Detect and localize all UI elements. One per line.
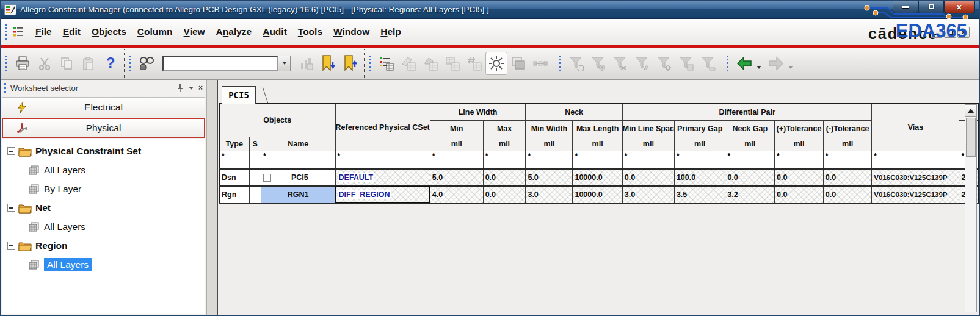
value-cell[interactable]: 4.0 (430, 186, 483, 203)
menu-help[interactable]: Help (375, 23, 407, 41)
menu-file[interactable]: File (30, 23, 57, 41)
scrollbar-thumb[interactable] (966, 118, 976, 157)
filter-cell-type[interactable]: * (219, 151, 249, 169)
navigate-forward-button[interactable] (765, 52, 787, 75)
filter-save-button[interactable] (675, 52, 697, 75)
design-grid-button[interactable] (419, 52, 441, 75)
print-button[interactable] (12, 52, 34, 75)
toolbar-grip-4[interactable] (559, 56, 562, 71)
filter-cell-name[interactable]: * (261, 151, 335, 169)
filter-cell[interactable]: * (573, 151, 622, 169)
cut-button[interactable] (34, 52, 56, 75)
restore-button[interactable] (918, 1, 944, 13)
menu-objects[interactable]: Objects (86, 23, 132, 41)
value-cell[interactable]: 0.0 (622, 169, 674, 186)
number-grid-button[interactable] (463, 52, 485, 75)
row-s[interactable] (249, 186, 261, 203)
back-history-dropdown[interactable] (757, 66, 761, 69)
toolbar-grip-1[interactable] (5, 56, 8, 71)
menu-tools[interactable]: Tools (292, 23, 328, 41)
minimize-button[interactable] (893, 1, 918, 13)
filter-cell[interactable]: * (430, 151, 483, 169)
pin-icon[interactable] (176, 84, 184, 92)
window-copy-button[interactable] (507, 52, 529, 75)
copy-button[interactable] (56, 52, 78, 75)
menu-window[interactable]: Window (328, 23, 375, 41)
filter-apply-button[interactable] (697, 52, 719, 75)
panel-close-icon[interactable]: × (198, 84, 203, 92)
row-name-selected[interactable]: RGN1 (261, 186, 335, 203)
tree-leaf-pcs-all-layers[interactable]: All Layers (2, 160, 205, 179)
row-type[interactable]: Rgn (219, 186, 249, 203)
filter-cell[interactable]: * (725, 151, 775, 169)
value-cell[interactable]: 3.5 (674, 186, 725, 203)
row-name[interactable]: PCI5 (261, 169, 335, 186)
row-s[interactable] (249, 169, 261, 186)
highlight-mode-button[interactable] (485, 52, 507, 75)
table-grid-button[interactable] (441, 52, 463, 75)
filter-cell[interactable]: * (674, 151, 725, 169)
scroll-up-button[interactable] (965, 105, 976, 117)
value-cell[interactable]: 0.0 (483, 169, 526, 186)
toolbar-grip-5[interactable] (727, 56, 730, 71)
value-cell[interactable]: 10000.0 (573, 169, 622, 186)
value-cell[interactable]: 10000.0 (573, 186, 622, 203)
filter-cell[interactable]: * (622, 151, 674, 169)
find-dropdown-button[interactable] (278, 56, 291, 71)
menu-view[interactable]: View (178, 23, 211, 41)
filter-cell[interactable]: * (526, 151, 573, 169)
value-cell[interactable]: 0.0 (725, 169, 775, 186)
value-cell[interactable]: 100.0 (674, 169, 725, 186)
referenced-cset-cell-focused[interactable]: DIFF_REGION (335, 186, 430, 203)
value-cell[interactable]: 0.0 (775, 169, 824, 186)
vertical-scrollbar[interactable] (965, 104, 977, 312)
value-cell[interactable]: 0.0 (775, 186, 824, 203)
collapse-icon[interactable] (7, 204, 15, 212)
bookmark-prev-button[interactable] (339, 52, 361, 75)
vias-cell[interactable]: V016C030:V125C139P (872, 169, 959, 186)
filter-cell-vias[interactable]: * (872, 151, 959, 169)
filter-cut-button[interactable] (609, 52, 631, 75)
filter-edit-button[interactable] (631, 52, 653, 75)
row-type[interactable]: Dsn (219, 169, 249, 186)
filter-cell[interactable]: * (775, 151, 824, 169)
filter-refresh-button[interactable] (565, 52, 587, 75)
filter-cell-ref[interactable]: * (335, 151, 430, 169)
tree-leaf-region-all-layers[interactable]: All Layers (2, 255, 205, 274)
collapse-icon[interactable] (263, 174, 271, 182)
tree-leaf-pcs-by-layer[interactable]: By Layer (2, 179, 205, 198)
tree-leaf-net-all-layers[interactable]: All Layers (2, 217, 205, 236)
chart-button[interactable] (296, 52, 318, 75)
panel-splitter[interactable] (207, 80, 218, 315)
worksheet-list-button[interactable] (376, 52, 397, 75)
tree-node-physical-constraint-set[interactable]: Physical Constraint Set (2, 142, 205, 160)
value-cell[interactable]: 0.0 (823, 169, 872, 186)
help-button[interactable]: ? (100, 52, 122, 75)
bookmark-next-button[interactable] (318, 52, 339, 75)
value-cell[interactable]: 0.0 (483, 186, 526, 203)
value-cell[interactable]: 3.0 (622, 186, 674, 203)
tree-node-net[interactable]: Net (2, 198, 205, 217)
domain-physical[interactable]: Physical (2, 118, 205, 138)
net-connect-button[interactable] (529, 52, 551, 75)
filter-cell[interactable]: * (823, 151, 872, 169)
menu-analyze[interactable]: Analyze (211, 23, 258, 41)
forward-history-dropdown[interactable] (788, 66, 793, 69)
menubar-grip[interactable] (5, 24, 8, 40)
menu-edit[interactable]: Edit (57, 23, 86, 41)
referenced-cset-cell[interactable]: DEFAULT (335, 169, 430, 186)
panel-grip[interactable] (4, 83, 7, 93)
tab-pci5[interactable]: PCI5 (222, 86, 256, 104)
menu-audit[interactable]: Audit (257, 23, 292, 41)
value-cell[interactable]: 0.0 (823, 186, 872, 203)
collapse-icon[interactable] (7, 242, 15, 250)
close-button[interactable]: × (944, 1, 975, 13)
find-input[interactable] (162, 56, 278, 71)
value-cell[interactable]: 5.0 (430, 169, 483, 186)
cset-card-button[interactable] (397, 52, 419, 75)
filter-settings-button[interactable] (653, 52, 675, 75)
vias-cell[interactable]: V016C030:V125C139P (872, 186, 959, 203)
panel-menu-icon[interactable] (189, 87, 194, 90)
filter-cell-s[interactable] (249, 151, 261, 169)
paste-button[interactable] (78, 52, 100, 75)
